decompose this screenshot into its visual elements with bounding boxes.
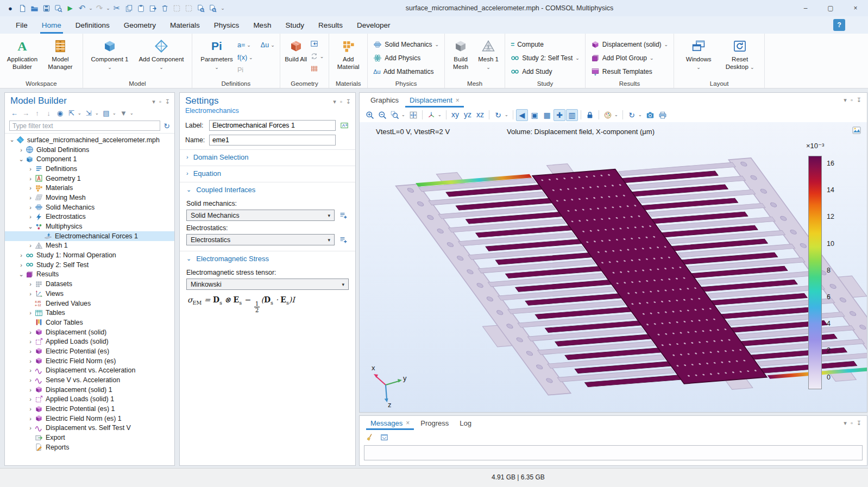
tree-node-derived-values[interactable]: Derived Values <box>5 299 174 308</box>
active-study-select[interactable]: Study 2: Self Test⌄ <box>508 51 582 65</box>
tree-node-electric-potential-es-1[interactable]: ›Electric Potential (es) 1 <box>5 404 174 414</box>
tree-collapsed-chevron-icon[interactable]: › <box>27 290 34 297</box>
paste-icon[interactable] <box>135 2 147 14</box>
tree-node-displacement-solid-1[interactable]: ›Displacement (solid) 1 <box>5 385 174 395</box>
undo-icon[interactable]: ↶ <box>76 2 88 14</box>
tree-node-results[interactable]: ⌄Results <box>5 270 174 280</box>
tree-collapsed-chevron-icon[interactable]: › <box>27 166 34 172</box>
virtual-operations-button[interactable] <box>309 62 326 75</box>
zoom-in-icon[interactable] <box>364 109 376 121</box>
tree-collapsed-chevron-icon[interactable]: › <box>27 194 34 201</box>
panel-pin-icon[interactable]: ↧ <box>165 98 170 105</box>
geometry-import-button[interactable] <box>309 37 326 50</box>
tree-node-mesh-1[interactable]: ›Mesh 1 <box>5 241 174 251</box>
undo-dropdown-icon[interactable]: ⌄ <box>88 5 93 11</box>
tree-collapsed-chevron-icon[interactable]: › <box>27 387 34 393</box>
zoom-out-icon[interactable] <box>376 109 388 121</box>
tree-node-surface-micromachined-accelerometer-mph[interactable]: ⌄surface_micromachined_accelerometer.mph <box>5 135 174 145</box>
add-component-button[interactable]: Add Component ⌄ <box>139 36 184 71</box>
add-physics-button[interactable]: Add Physics <box>371 51 441 65</box>
tree-filter-input[interactable] <box>9 121 160 131</box>
tab-messages[interactable]: Messages × <box>365 416 415 430</box>
menu-physics[interactable]: Physics <box>207 16 247 34</box>
view-xy-icon[interactable]: xy <box>449 109 461 121</box>
tree-node-views[interactable]: ›Views <box>5 289 174 299</box>
tree-node-reports[interactable]: Reports <box>5 442 174 452</box>
tree-node-multiphysics[interactable]: ⌄Multiphysics <box>5 222 174 231</box>
tree-node-displacement-vs-acceleration[interactable]: ›Displacement vs. Acceleration <box>5 366 174 376</box>
tree-collapsed-chevron-icon[interactable]: › <box>17 252 25 258</box>
tree-node-electric-field-norm-es-1[interactable]: ›Electric Field Norm (es) 1 <box>5 414 174 423</box>
tree-node-electric-potential-es[interactable]: ›Electric Potential (es) <box>5 346 174 356</box>
section-electromagnetic-stress[interactable]: ⌄ Electromagnetic Stress <box>180 251 355 265</box>
tree-expanded-chevron-icon[interactable]: ⌄ <box>17 271 25 278</box>
zoom-box-icon[interactable] <box>389 109 401 121</box>
menu-study[interactable]: Study <box>278 16 311 34</box>
tree-node-applied-loads-solid[interactable]: ›Applied Loads (solid) <box>5 337 174 346</box>
plot-image-icon[interactable] <box>852 125 861 137</box>
electrostatics-select[interactable]: Electrostatics▾ <box>186 234 335 245</box>
tree-node-electric-field-norm-es[interactable]: ›Electric Field Norm (es) <box>5 356 174 366</box>
reset-desktop-button[interactable]: Reset Desktop ⌄ <box>723 36 757 71</box>
tree-collapsed-chevron-icon[interactable]: › <box>27 396 34 402</box>
minimize-button[interactable]: – <box>793 0 818 16</box>
tree-node-displacement-solid[interactable]: ›Displacement (solid) <box>5 327 174 337</box>
tree-expanded-chevron-icon[interactable]: ⌄ <box>8 136 16 143</box>
tree-node-moving-mesh[interactable]: ›Moving Mesh <box>5 193 174 203</box>
panel-float-icon[interactable]: ▫ <box>851 97 853 104</box>
scene-light-icon[interactable]: ▣ <box>529 109 540 121</box>
duplicate-icon[interactable] <box>147 2 159 14</box>
tree-collapsed-chevron-icon[interactable]: › <box>27 281 34 287</box>
menu-home[interactable]: Home <box>35 16 68 34</box>
save-icon[interactable] <box>40 2 52 14</box>
model-manager-button[interactable]: Model Manager <box>41 36 79 71</box>
tree-node-color-tables[interactable]: Color Tables <box>5 318 174 327</box>
expand-all-icon[interactable]: ⇱ <box>66 108 77 118</box>
parameters-button[interactable]: Pi Parameters⌄ <box>198 36 236 71</box>
section-equation[interactable]: › Equation <box>180 166 355 180</box>
lock-view-icon[interactable] <box>584 109 596 121</box>
print-icon[interactable] <box>657 109 669 121</box>
tree-collapsed-chevron-icon[interactable]: › <box>27 338 34 345</box>
tree-node-materials[interactable]: ›Materials <box>5 183 174 193</box>
section-domain-selection[interactable]: › Domain Selection <box>180 149 355 164</box>
clear-messages-icon[interactable] <box>364 432 376 442</box>
cut-icon[interactable]: ✂ <box>111 2 123 14</box>
name-input[interactable] <box>209 135 336 146</box>
rename-icon[interactable] <box>339 120 350 131</box>
tab-displacement[interactable]: Displacement × <box>404 93 465 107</box>
add-plot-group-button[interactable]: Add Plot Group⌄ <box>589 51 670 65</box>
open-messages-window-icon[interactable] <box>378 432 390 442</box>
tree-expanded-chevron-icon[interactable]: ⌄ <box>27 223 34 230</box>
add-mathematics-button[interactable]: ΔuAdd Mathematics <box>371 65 441 78</box>
rotate-view-icon[interactable]: ↻ <box>492 109 504 121</box>
save-search-icon[interactable] <box>52 2 64 14</box>
tree-collapsed-chevron-icon[interactable]: › <box>27 329 34 336</box>
close-tab-icon[interactable]: × <box>406 419 410 427</box>
model-tree-nodes-icon[interactable]: ▤ <box>101 108 111 118</box>
build-all-button[interactable]: Build All <box>284 36 309 63</box>
application-builder-button[interactable]: A Application Builder <box>3 36 41 71</box>
panel-pin-icon[interactable]: ↧ <box>857 420 861 427</box>
new-file-icon[interactable] <box>16 2 28 14</box>
tree-collapsed-chevron-icon[interactable]: › <box>27 415 34 422</box>
help-button[interactable]: ? <box>833 19 845 31</box>
tree-collapsed-chevron-icon[interactable]: › <box>27 367 34 374</box>
add-electrostatics-icon[interactable] <box>338 235 349 245</box>
geometry-update-button[interactable]: ⌄ <box>309 50 326 62</box>
menu-definitions[interactable]: Definitions <box>68 16 117 34</box>
section-coupled-interfaces[interactable]: ⌄ Coupled Interfaces <box>180 182 355 197</box>
find-results-icon[interactable] <box>206 2 218 14</box>
open-file-icon[interactable] <box>28 2 40 14</box>
build-mesh-button[interactable]: Build Mesh <box>448 36 473 71</box>
snapshot-icon[interactable] <box>644 109 656 121</box>
tree-node-definitions[interactable]: ›Definitions <box>5 164 174 174</box>
tree-node-applied-loads-solid-1[interactable]: ›Applied Loads (solid) 1 <box>5 395 174 404</box>
show-axes-icon[interactable]: ✚ <box>553 109 565 121</box>
tree-collapsed-chevron-icon[interactable]: › <box>17 147 25 153</box>
tree-node-study-1-normal-operation[interactable]: ›Study 1: Normal Operation <box>5 250 174 260</box>
add-solid-mechanics-icon[interactable] <box>338 210 349 221</box>
view-yz-icon[interactable]: yz <box>462 109 474 121</box>
panel-menu-icon[interactable]: ▾ <box>844 97 847 104</box>
tree-collapsed-chevron-icon[interactable]: › <box>17 262 25 268</box>
